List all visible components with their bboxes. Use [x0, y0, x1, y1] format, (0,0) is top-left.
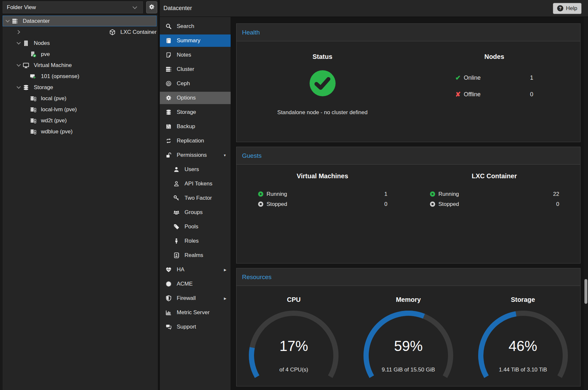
tree-item-label: Nodes — [34, 40, 50, 47]
nav-item-summary[interactable]: Summary — [160, 34, 231, 47]
node-status-label: Offline — [464, 91, 481, 98]
nav-item-acme[interactable]: ACME — [160, 278, 231, 290]
tree-item-nodes[interactable]: Nodes — [3, 38, 157, 48]
resources-columns: CPU17%of 4 CPU(s)Memory59%9.11 GiB of 15… — [236, 286, 580, 386]
gauge-percent: 46% — [475, 338, 571, 354]
chevron-down-icon[interactable] — [16, 85, 21, 90]
tree-item-storage[interactable]: Storage — [3, 82, 157, 93]
guest-row-label: Running — [267, 191, 287, 197]
help-button[interactable]: ? Help — [553, 3, 582, 14]
nav-item-options[interactable]: Options — [160, 92, 231, 104]
nav-item-metric-server[interactable]: Metric Server — [160, 306, 231, 319]
guest-row-stopped: Stopped0 — [258, 199, 388, 209]
storage-drive-icon — [30, 117, 38, 124]
health-panel: Health Status Standalone node - no clust… — [236, 23, 581, 142]
proxmox-app: Folder View DatacenterLXC ContainerNodes… — [0, 0, 588, 390]
tree-item-virtual-machine[interactable]: Virtual Machine — [3, 60, 157, 71]
nav-item-label: Backup — [177, 123, 195, 130]
tree-item-pve[interactable]: pve — [3, 49, 157, 60]
guest-row-label: Running — [439, 191, 459, 197]
building-online-icon — [30, 51, 38, 58]
tree-item-label: Datacenter — [23, 18, 50, 24]
chevron-down-icon[interactable] — [16, 63, 21, 68]
memory-column: Memory59%9.11 GiB of 15.50 GiB — [351, 286, 466, 386]
guest-rows: Running22Stopped0 — [429, 189, 559, 209]
nav-item-label: HA — [177, 266, 185, 273]
expand-right-icon: ▶ — [224, 297, 226, 300]
note-icon — [165, 52, 174, 58]
expand-down-icon: ▼ — [223, 154, 226, 157]
chevron-right-icon[interactable] — [16, 30, 108, 34]
nav-item-roles[interactable]: Roles — [160, 235, 231, 247]
nav-item-ha[interactable]: HA▶ — [160, 263, 231, 276]
nav-item-pools[interactable]: Pools — [160, 221, 231, 233]
tree-item-wdblue-pve[interactable]: wdblue (pve) — [3, 126, 157, 137]
scrollbar-thumb[interactable] — [584, 279, 587, 304]
virtual-machines-column: Virtual MachinesRunning1Stopped0 — [236, 165, 408, 263]
nav-item-api-tokens[interactable]: API Tokens — [160, 178, 231, 190]
nav-item-two-factor[interactable]: Two Factor — [160, 192, 231, 204]
storage-column: Storage46%1.44 TiB of 3.10 TiB — [466, 286, 580, 386]
tree-item-lxc-container[interactable]: LXC Container — [3, 27, 157, 37]
cube-icon — [109, 29, 118, 35]
replication-icon — [165, 138, 174, 144]
nav-item-label: Users — [185, 166, 199, 173]
guest-row-value: 0 — [556, 201, 559, 208]
nav-item-search[interactable]: Search — [160, 20, 231, 33]
guest-row-value: 0 — [384, 201, 387, 208]
tree-item-wd2t-pve[interactable]: wd2t (pve) — [3, 115, 157, 126]
tree-item-label: local-lvm (pve) — [41, 106, 77, 113]
address-book-icon — [173, 252, 182, 259]
shield-icon — [165, 295, 174, 302]
guests-column-heading: LXC Container — [472, 172, 517, 180]
resources-panel: Resources CPU17%of 4 CPU(s)Memory59%9.11… — [236, 268, 581, 386]
nav-item-backup[interactable]: Backup — [160, 120, 231, 133]
nav-item-ceph[interactable]: Ceph — [160, 77, 231, 90]
nav-item-replication[interactable]: Replication — [160, 135, 231, 147]
nav-item-realms[interactable]: Realms — [160, 249, 231, 262]
chevron-down-icon[interactable] — [16, 41, 21, 46]
nav-item-firewall[interactable]: Firewall▶ — [160, 292, 231, 304]
gauge-heading: Storage — [511, 296, 535, 303]
content-scrollbar[interactable] — [584, 17, 588, 390]
tree-item-101-opnsense[interactable]: 101 (opnsense) — [3, 71, 157, 82]
nav-item-cluster[interactable]: Cluster — [160, 63, 231, 75]
user-icon — [173, 166, 182, 173]
nav-item-groups[interactable]: Groups — [160, 206, 231, 219]
nav-item-label: Roles — [185, 238, 198, 244]
nav-item-label: Summary — [177, 37, 200, 44]
database-icon — [165, 109, 174, 115]
guest-row-label: Stopped — [267, 201, 287, 208]
view-mode-select[interactable]: Folder View — [3, 1, 143, 13]
gauge-percent: 17% — [246, 338, 342, 354]
nav-item-label: Pools — [185, 223, 198, 230]
nav-item-label: Replication — [177, 138, 204, 144]
guest-rows: Running1Stopped0 — [258, 189, 388, 209]
gauge-detail: 9.11 GiB of 15.50 GiB — [360, 367, 456, 373]
nav-item-permissions[interactable]: Permissions▼ — [160, 149, 231, 161]
nav-item-notes[interactable]: Notes — [160, 49, 231, 61]
nav-item-label: Two Factor — [185, 195, 212, 201]
tree-item-datacenter[interactable]: Datacenter — [3, 16, 157, 26]
storage-drive-icon — [30, 95, 38, 102]
cpu-gauge: 17%of 4 CPU(s) — [246, 311, 342, 380]
node-status-row-offline: ✘Offline0 — [455, 89, 533, 99]
nav-item-storage[interactable]: Storage — [160, 106, 231, 118]
gear-icon — [165, 95, 174, 101]
guests-panel: Guests Virtual MachinesRunning1Stopped0L… — [236, 147, 581, 263]
chevron-down-icon[interactable] — [5, 19, 10, 23]
tree-item-label: 101 (opnsense) — [41, 73, 79, 80]
nav-item-users[interactable]: Users — [160, 163, 231, 176]
nav-item-support[interactable]: Support — [160, 321, 231, 333]
nav-item-label: Firewall — [177, 295, 196, 302]
nodes-heading: Nodes — [484, 53, 504, 61]
check-icon: ✔ — [455, 74, 464, 82]
status-column: Status Standalone node - no cluster defi… — [236, 41, 408, 142]
unlock-icon — [165, 152, 174, 158]
tree-item-local-lvm-pve[interactable]: local-lvm (pve) — [3, 104, 157, 115]
tree-item-local-pve[interactable]: local (pve) — [3, 93, 157, 104]
tag-icon — [173, 223, 182, 230]
status-heading: Status — [313, 53, 332, 61]
tree-settings-button[interactable] — [146, 1, 157, 13]
health-panel-title: Health — [236, 24, 580, 41]
